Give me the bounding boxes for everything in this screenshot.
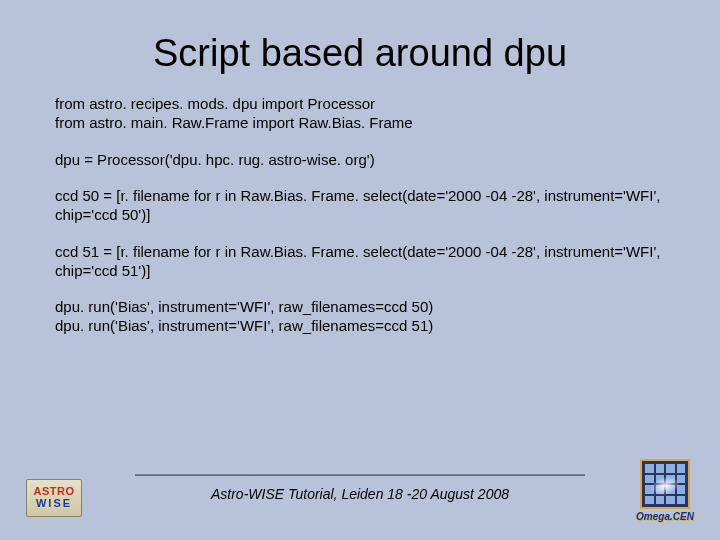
omegacen-label: Omega.CEN (632, 511, 698, 522)
code-line: dpu. run('Bias', instrument='WFI', raw_f… (55, 298, 433, 315)
code-line: from astro. main. Raw.Frame import Raw.B… (55, 114, 413, 131)
code-block-3: ccd 50 = [r. filename for r in Raw.Bias.… (55, 187, 665, 225)
omegacen-logo: Omega.CEN (632, 459, 698, 522)
omegacen-grid-icon (640, 459, 690, 509)
code-line: from astro. recipes. mods. dpu import Pr… (55, 95, 375, 112)
footer-text: Astro-WISE Tutorial, Leiden 18 -20 Augus… (0, 486, 720, 502)
slide-body: from astro. recipes. mods. dpu import Pr… (0, 95, 720, 336)
code-line: dpu. run('Bias', instrument='WFI', raw_f… (55, 317, 433, 334)
logo-surface: ASTRO WISE (26, 479, 82, 517)
code-line: ccd 50 = [r. filename for r in Raw.Bias.… (55, 187, 660, 223)
slide: Script based around dpu from astro. reci… (0, 0, 720, 540)
code-block-5: dpu. run('Bias', instrument='WFI', raw_f… (55, 298, 665, 336)
slide-title: Script based around dpu (0, 0, 720, 95)
code-block-4: ccd 51 = [r. filename for r in Raw.Bias.… (55, 243, 665, 281)
code-line: dpu = Processor('dpu. hpc. rug. astro-wi… (55, 151, 375, 168)
code-block-1: from astro. recipes. mods. dpu import Pr… (55, 95, 665, 133)
code-line: ccd 51 = [r. filename for r in Raw.Bias.… (55, 243, 660, 279)
code-block-2: dpu = Processor('dpu. hpc. rug. astro-wi… (55, 151, 665, 170)
astro-wise-logo: ASTRO WISE (24, 478, 84, 518)
footer-divider (135, 474, 585, 476)
logo-wise-text: WISE (36, 498, 72, 510)
